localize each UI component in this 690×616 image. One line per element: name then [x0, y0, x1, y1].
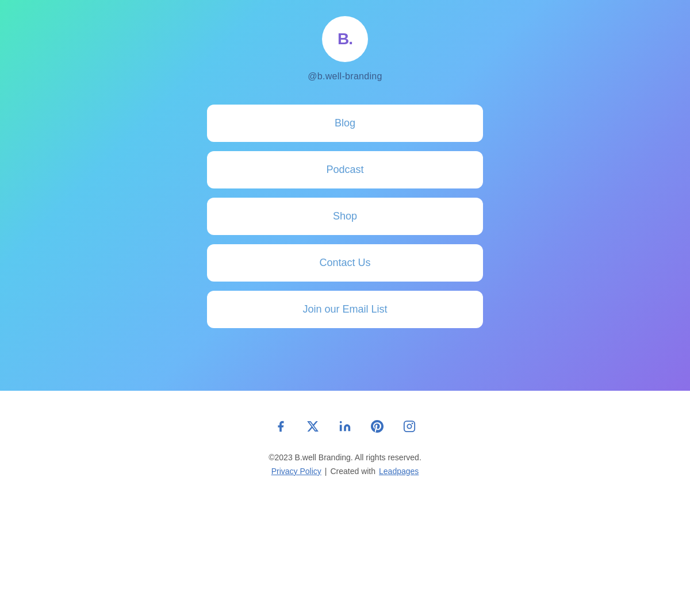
svg-point-3	[412, 423, 413, 425]
shop-button[interactable]: Shop	[207, 198, 483, 235]
blog-button[interactable]: Blog	[207, 105, 483, 142]
leadpages-link[interactable]: Leadpages	[379, 467, 419, 476]
main-section: B. @b.well-branding Blog Podcast Shop Co…	[0, 0, 690, 391]
svg-point-0	[340, 421, 342, 424]
footer-links: Privacy Policy | Created with Leadpages	[271, 467, 419, 476]
email-list-button[interactable]: Join our Email List	[207, 291, 483, 328]
copyright-text: ©2023 B.well Branding. All rights reserv…	[269, 453, 421, 462]
handle-text: @b.well-branding	[308, 71, 382, 82]
footer-separator: |	[325, 467, 327, 476]
privacy-policy-link[interactable]: Privacy Policy	[271, 467, 321, 476]
facebook-icon[interactable]	[273, 418, 289, 434]
podcast-button[interactable]: Podcast	[207, 151, 483, 188]
logo-circle: B.	[322, 16, 368, 62]
logo-text: B.	[338, 30, 352, 48]
nav-links: Blog Podcast Shop Contact Us Join our Em…	[207, 105, 483, 328]
svg-point-2	[407, 424, 411, 428]
contact-us-button[interactable]: Contact Us	[207, 244, 483, 282]
footer-section: ©2023 B.well Branding. All rights reserv…	[0, 391, 690, 616]
linkedin-icon[interactable]	[337, 418, 353, 434]
instagram-icon[interactable]	[401, 418, 417, 434]
x-twitter-icon[interactable]	[305, 418, 321, 434]
social-icons	[273, 418, 417, 434]
created-with-label: Created with	[330, 467, 375, 476]
pinterest-icon[interactable]	[369, 418, 385, 434]
svg-rect-1	[404, 421, 415, 432]
